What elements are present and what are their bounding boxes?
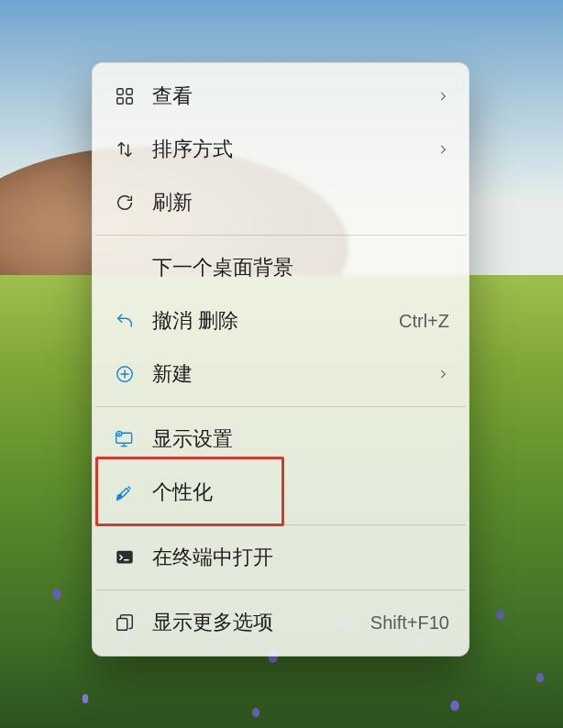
menu-separator: [95, 590, 466, 590]
menu-item-undo-delete[interactable]: 撤消 删除 Ctrl+Z: [92, 294, 469, 347]
menu-item-shortcut: Shift+F10: [370, 612, 449, 634]
menu-separator: [95, 406, 466, 407]
menu-item-label: 显示设置: [152, 425, 449, 453]
svg-rect-11: [116, 551, 132, 564]
chevron-right-icon: [436, 138, 449, 161]
menu-item-personalize[interactable]: 个性化: [92, 466, 469, 519]
display-settings-icon: [110, 429, 139, 449]
terminal-icon: [110, 547, 139, 568]
svg-rect-0: [117, 89, 123, 94]
personalize-brush-icon: [110, 482, 139, 502]
menu-item-shortcut: Ctrl+Z: [399, 311, 449, 332]
menu-separator: [95, 235, 466, 236]
svg-rect-13: [117, 618, 127, 630]
menu-item-refresh[interactable]: 刷新: [92, 176, 469, 229]
menu-item-show-more-options[interactable]: 显示更多选项 Shift+F10: [92, 596, 469, 649]
menu-item-display-settings[interactable]: 显示设置: [92, 413, 469, 466]
svg-rect-3: [127, 98, 132, 104]
menu-item-open-in-terminal[interactable]: 在终端中打开: [92, 531, 469, 584]
chevron-right-icon: [436, 362, 449, 386]
menu-item-sort[interactable]: 排序方式: [92, 123, 469, 176]
new-plus-icon: [110, 364, 139, 384]
view-grid-icon: [110, 86, 139, 106]
menu-item-new[interactable]: 新建: [92, 347, 469, 401]
svg-rect-2: [117, 98, 123, 104]
menu-item-label: 显示更多选项: [152, 609, 370, 636]
undo-icon: [110, 311, 139, 331]
menu-item-label: 下一个桌面背景: [152, 254, 449, 281]
refresh-icon: [110, 193, 139, 213]
menu-item-view[interactable]: 查看: [92, 70, 469, 123]
menu-item-label: 刷新: [152, 189, 449, 216]
chevron-right-icon: [436, 84, 449, 108]
show-more-icon: [110, 612, 139, 633]
menu-item-label: 查看: [152, 83, 436, 110]
menu-item-label: 个性化: [152, 479, 449, 506]
menu-item-label: 排序方式: [152, 136, 436, 163]
menu-item-next-background[interactable]: 下一个桌面背景: [92, 241, 469, 294]
desktop-context-menu: 查看 排序方式 刷新 下一个桌面背景 撤消 删除 Ctrl+Z: [92, 62, 469, 656]
sort-icon: [110, 139, 139, 160]
menu-separator: [95, 524, 466, 525]
menu-item-label: 撤消 删除: [152, 307, 399, 335]
menu-item-label: 在终端中打开: [152, 544, 449, 571]
menu-item-label: 新建: [152, 360, 436, 388]
svg-rect-1: [127, 89, 132, 94]
